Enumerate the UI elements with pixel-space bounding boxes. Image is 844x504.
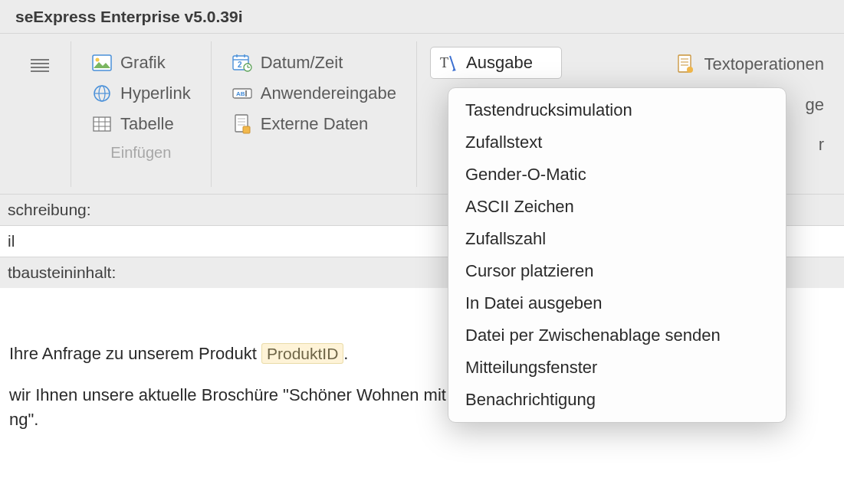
anwendereingabe-label: Anwendereingabe: [261, 83, 396, 103]
grafik-button[interactable]: Grafik: [85, 47, 197, 78]
datumzeit-button[interactable]: 2 Datum/Zeit: [225, 47, 402, 78]
menu-item-tastendrucksimulation[interactable]: Tastendrucksimulation: [448, 94, 786, 126]
externedaten-label: Externe Daten: [261, 114, 369, 134]
toolbar-left-edge: [0, 41, 71, 187]
anwendereingabe-button[interactable]: AB Anwendereingabe: [225, 78, 402, 109]
menu-item-gender-o-matic[interactable]: Gender-O-Matic: [448, 159, 786, 191]
table-icon: [91, 113, 113, 135]
menu-item-benachrichtigung[interactable]: Benachrichtigung: [448, 384, 786, 416]
svg-marker-32: [452, 68, 456, 71]
grafik-label: Grafik: [120, 53, 166, 73]
toolbar-group-data: 2 Datum/Zeit AB Anwendereingabe Externe …: [211, 41, 416, 187]
textoperationen-label: Textoperationen: [704, 54, 824, 74]
document-text-icon: [675, 54, 696, 75]
placeholder-produktid[interactable]: ProduktID: [261, 343, 343, 364]
textoperationen-button[interactable]: Textoperationen: [668, 49, 830, 80]
menu-item-mitteilungsfenster[interactable]: Mitteilungsfenster: [448, 352, 786, 384]
svg-text:T: T: [440, 55, 448, 70]
hyperlink-button[interactable]: Hyperlink: [85, 78, 197, 109]
toolbar-group-insert: Grafik Hyperlink Tabelle Einfügen: [71, 41, 211, 187]
ausgabe-button[interactable]: T Ausgabe: [431, 47, 561, 78]
hyperlink-label: Hyperlink: [120, 83, 191, 103]
svg-line-31: [450, 56, 455, 70]
svg-point-37: [687, 67, 693, 73]
text-cursor-icon: T: [437, 52, 458, 74]
externedaten-button[interactable]: Externe Daten: [225, 109, 402, 139]
window-title: seExpress Enterprise v5.0.39i: [15, 8, 243, 26]
menu-item-cursor-platzieren[interactable]: Cursor platzieren: [448, 255, 786, 287]
globe-icon: [91, 83, 113, 104]
svg-rect-9: [94, 117, 110, 131]
external-data-icon: [232, 113, 253, 135]
partial-label-2: r: [819, 135, 824, 155]
ausgabe-dropdown-menu: Tastendrucksimulation Zufallstext Gender…: [448, 87, 787, 423]
align-lines-icon: [29, 55, 51, 77]
svg-point-5: [96, 58, 100, 62]
image-icon: [91, 52, 113, 74]
svg-rect-29: [243, 126, 250, 133]
menu-item-in-datei-ausgeben[interactable]: In Datei ausgeben: [448, 287, 786, 319]
align-button[interactable]: [23, 51, 57, 81]
ausgabe-label: Ausgabe: [466, 53, 533, 73]
svg-text:AB: AB: [236, 90, 245, 97]
body-line1-post: .: [343, 344, 348, 363]
menu-item-zufallszahl[interactable]: Zufallszahl: [448, 223, 786, 255]
titlebar: seExpress Enterprise v5.0.39i: [0, 0, 844, 34]
menu-item-ascii-zeichen[interactable]: ASCII Zeichen: [448, 191, 786, 223]
body-line1-pre: Ihre Anfrage zu unserem Produkt: [9, 344, 261, 363]
calendar-clock-icon: 2: [232, 52, 253, 74]
input-field-icon: AB: [232, 83, 253, 104]
group-label-einfuegen: Einfügen: [85, 144, 197, 162]
tabelle-button[interactable]: Tabelle: [85, 109, 197, 139]
svg-text:2: 2: [238, 61, 242, 69]
menu-item-datei-per-zwischenablage[interactable]: Datei per Zwischenablage senden: [448, 319, 786, 352]
datumzeit-label: Datum/Zeit: [261, 53, 343, 73]
partial-label-1: ge: [806, 95, 824, 115]
menu-item-zufallstext[interactable]: Zufallstext: [448, 126, 786, 159]
tabelle-label: Tabelle: [120, 114, 174, 134]
app-window: seExpress Enterprise v5.0.39i Grafik H: [0, 0, 844, 504]
beschreibung-value: il: [8, 232, 15, 250]
